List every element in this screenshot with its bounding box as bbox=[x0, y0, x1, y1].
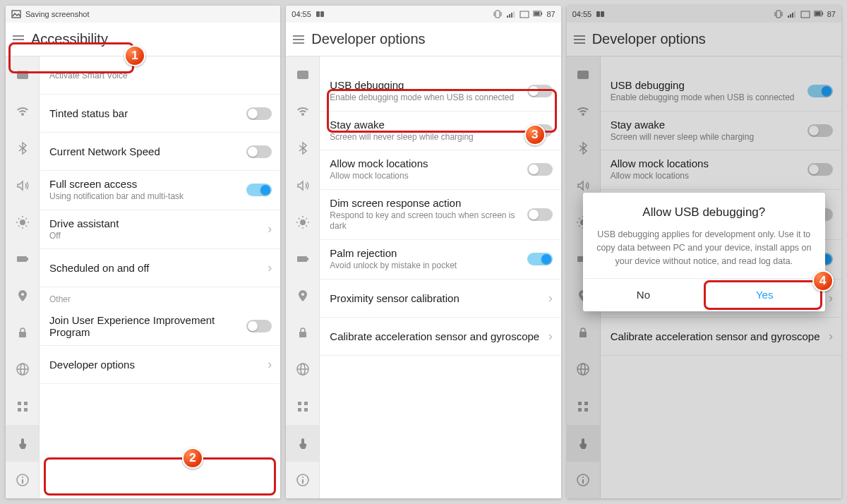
sidebar-touch-icon[interactable] bbox=[286, 425, 319, 462]
svg-rect-32 bbox=[511, 13, 512, 18]
toggle[interactable] bbox=[527, 208, 553, 221]
svg-line-8 bbox=[25, 225, 27, 227]
dialog-body: USB debugging applies for development on… bbox=[596, 228, 812, 268]
svg-rect-21 bbox=[24, 408, 28, 412]
toggle[interactable] bbox=[246, 320, 272, 332]
page-title: Developer options bbox=[311, 31, 425, 47]
sidebar-location-icon[interactable] bbox=[6, 277, 39, 314]
sidebar bbox=[286, 56, 320, 498]
sidebar-apps-icon[interactable] bbox=[286, 388, 319, 425]
sidebar-brightness-icon[interactable] bbox=[286, 204, 319, 241]
svg-rect-51 bbox=[299, 332, 306, 337]
list-item[interactable]: Current Network Speed bbox=[40, 133, 280, 171]
list-item[interactable]: Calibrate acceleration sensor and gyrosc… bbox=[320, 318, 560, 356]
phone-dev-options: 04:55 87 Developer options USB debugging… bbox=[286, 6, 560, 498]
status-text: Saving screenshot bbox=[25, 10, 90, 18]
list-item[interactable]: Allow mock locationsAllow mock locations bbox=[320, 150, 560, 190]
sidebar-apps-icon[interactable] bbox=[6, 388, 39, 425]
toggle[interactable] bbox=[527, 163, 553, 176]
svg-rect-1 bbox=[17, 71, 28, 79]
svg-rect-11 bbox=[17, 256, 27, 262]
svg-rect-57 bbox=[298, 408, 301, 412]
svg-rect-14 bbox=[19, 332, 26, 337]
content: Activate Smart Voice Tinted status bar C… bbox=[40, 56, 280, 498]
callout-badge: 1 bbox=[124, 45, 145, 66]
sidebar-lock-icon[interactable] bbox=[286, 314, 319, 351]
svg-rect-56 bbox=[304, 402, 308, 405]
sidebar-bluetooth-icon[interactable] bbox=[6, 130, 39, 167]
list-item[interactable]: Proximity sensor calibration› bbox=[320, 280, 560, 318]
list-item[interactable]: Join User Experience Improvement Program bbox=[40, 307, 280, 346]
vibrate-icon bbox=[493, 10, 503, 18]
list-item[interactable]: Tinted status bar bbox=[40, 95, 280, 133]
svg-point-39 bbox=[300, 220, 306, 225]
svg-line-47 bbox=[306, 218, 307, 220]
sidebar-globe-icon[interactable] bbox=[6, 351, 39, 388]
list-item[interactable]: Dim screen response actionRespond to key… bbox=[320, 190, 560, 240]
svg-rect-26 bbox=[320, 11, 324, 17]
signal-icon bbox=[519, 10, 529, 18]
dialog-title: Allow USB debugging? bbox=[596, 205, 812, 220]
list-item-developer-options[interactable]: Developer options › bbox=[40, 346, 280, 384]
list-item[interactable]: Activate Smart Voice bbox=[40, 56, 280, 95]
svg-rect-61 bbox=[302, 479, 304, 484]
battery-icon bbox=[533, 10, 543, 18]
svg-rect-19 bbox=[24, 402, 28, 405]
toggle[interactable] bbox=[527, 85, 553, 97]
list-item[interactable]: USB debuggingEnable debugging mode when … bbox=[320, 72, 560, 112]
sidebar-battery-icon[interactable] bbox=[286, 241, 319, 277]
svg-point-13 bbox=[21, 293, 24, 296]
svg-point-23 bbox=[22, 476, 23, 478]
chevron-right-icon: › bbox=[268, 357, 272, 372]
dialog-yes-button[interactable]: Yes bbox=[704, 279, 825, 311]
list-item[interactable]: Palm rejectionAvoid unlock by mistake in… bbox=[320, 240, 560, 280]
sidebar-sound-icon[interactable] bbox=[286, 167, 319, 204]
svg-rect-18 bbox=[18, 402, 21, 405]
sidebar-card-icon[interactable] bbox=[286, 56, 319, 93]
svg-rect-36 bbox=[534, 12, 540, 16]
sidebar-lock-icon[interactable] bbox=[6, 314, 39, 351]
svg-line-9 bbox=[18, 225, 20, 227]
svg-point-2 bbox=[20, 220, 25, 225]
callout-badge: 4 bbox=[812, 270, 834, 292]
svg-rect-12 bbox=[27, 258, 28, 260]
toggle[interactable] bbox=[246, 107, 272, 120]
svg-line-10 bbox=[25, 218, 27, 220]
toggle[interactable] bbox=[246, 184, 272, 196]
sidebar-sound-icon[interactable] bbox=[6, 167, 39, 204]
sidebar-wifi-icon[interactable] bbox=[6, 93, 39, 130]
sidebar-card-icon[interactable] bbox=[6, 56, 39, 93]
status-time: 04:55 bbox=[292, 10, 311, 18]
menu-icon[interactable] bbox=[13, 33, 24, 46]
svg-rect-25 bbox=[316, 11, 320, 17]
svg-point-60 bbox=[302, 476, 304, 478]
sidebar-globe-icon[interactable] bbox=[286, 351, 319, 388]
sidebar-info-icon[interactable] bbox=[6, 462, 39, 498]
svg-rect-37 bbox=[541, 13, 543, 16]
list-item[interactable]: Drive assistantOff › bbox=[40, 210, 280, 250]
toggle[interactable] bbox=[246, 145, 272, 158]
dialog-no-button[interactable]: No bbox=[583, 279, 704, 311]
svg-rect-38 bbox=[297, 71, 308, 79]
toggle[interactable] bbox=[527, 253, 553, 265]
sidebar-brightness-icon[interactable] bbox=[6, 204, 39, 241]
sidebar-location-icon[interactable] bbox=[286, 277, 319, 314]
sidebar-wifi-icon[interactable] bbox=[286, 93, 319, 130]
svg-line-45 bbox=[306, 225, 307, 227]
battery-level: 87 bbox=[546, 10, 555, 18]
list-item[interactable]: Scheduled on and off › bbox=[40, 249, 280, 287]
svg-rect-30 bbox=[507, 16, 508, 18]
svg-rect-0 bbox=[12, 11, 20, 18]
sidebar-bluetooth-icon[interactable] bbox=[286, 130, 319, 167]
sidebar-touch-icon[interactable] bbox=[6, 425, 39, 462]
list-item[interactable]: Full screen accessUsing notification bar… bbox=[40, 171, 280, 210]
usb-debugging-dialog: Allow USB debugging? USB debugging appli… bbox=[583, 193, 825, 311]
svg-rect-27 bbox=[495, 11, 500, 18]
menu-icon[interactable] bbox=[293, 33, 304, 46]
svg-rect-55 bbox=[298, 402, 301, 405]
sidebar-battery-icon[interactable] bbox=[6, 241, 39, 277]
svg-rect-24 bbox=[22, 479, 23, 484]
page-title: Accessibility bbox=[31, 31, 108, 47]
chevron-right-icon: › bbox=[268, 222, 272, 236]
sidebar-info-icon[interactable] bbox=[286, 462, 319, 498]
